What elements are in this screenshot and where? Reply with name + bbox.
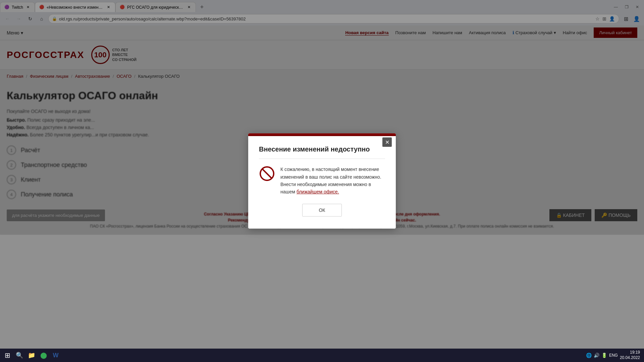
word-button[interactable]: W xyxy=(50,349,62,361)
modal-content-row: К сожалению, в настоящий момент внесение… xyxy=(259,166,385,196)
language-indicator[interactable]: ENG xyxy=(609,353,618,358)
modal-body: Внесение изменений недоступно К сожалени… xyxy=(248,136,396,229)
taskbar: ⊞ 🔍 📁 ⬤ W 🌐 🔊 🔋 ENG 19:19 20.04.2022 xyxy=(0,349,644,362)
modal-footer: ОК xyxy=(259,204,385,219)
network-icon: 🌐 xyxy=(586,353,592,358)
modal-header-bar xyxy=(248,133,396,136)
search-icon: 🔍 xyxy=(16,352,23,359)
modal-close-button[interactable]: ✕ xyxy=(382,137,392,147)
start-button[interactable]: ⊞ xyxy=(1,349,13,361)
nearest-office-link[interactable]: ближайшем офисе. xyxy=(297,189,339,194)
battery-icon: 🔋 xyxy=(601,353,607,358)
chrome-icon: ⬤ xyxy=(40,352,47,359)
modal-divider xyxy=(259,159,385,159)
time-display: 19:19 xyxy=(620,350,640,355)
modal-dialog: ✕ Внесение изменений недоступно К сожале… xyxy=(248,133,396,229)
volume-icon: 🔊 xyxy=(594,353,599,358)
modal-title: Внесение изменений недоступно xyxy=(259,145,385,153)
file-explorer-button[interactable]: 📁 xyxy=(25,349,38,361)
search-button[interactable]: 🔍 xyxy=(13,349,25,361)
modal-text: К сожалению, в настоящий момент внесение… xyxy=(280,166,385,196)
chrome-button[interactable]: ⬤ xyxy=(38,349,50,361)
word-icon: W xyxy=(53,352,59,359)
system-tray: 🌐 🔊 🔋 ENG 19:19 20.04.2022 xyxy=(586,350,643,360)
svg-line-1 xyxy=(262,169,272,178)
modal-ok-button[interactable]: ОК xyxy=(302,204,341,217)
no-entry-icon xyxy=(259,166,275,182)
modal-body-text: К сожалению, в настоящий момент внесение… xyxy=(280,167,381,179)
modal-overlay: ✕ Внесение изменений недоступно К сожале… xyxy=(0,0,644,362)
system-time: 19:19 20.04.2022 xyxy=(620,350,640,360)
date-display: 20.04.2022 xyxy=(620,355,640,361)
file-explorer-icon: 📁 xyxy=(28,352,35,359)
start-icon: ⊞ xyxy=(5,351,10,359)
